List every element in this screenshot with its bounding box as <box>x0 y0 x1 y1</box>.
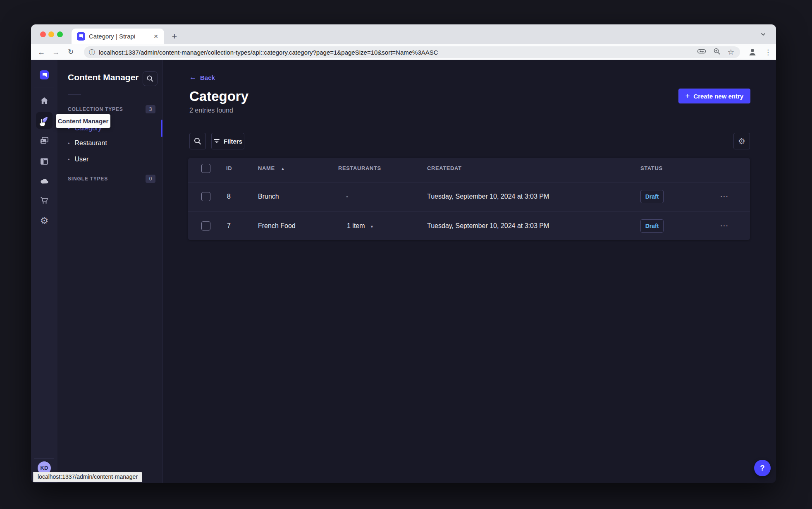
home-icon[interactable] <box>39 96 49 106</box>
cell-createdat: Tuesday, September 10, 2024 at 3:03 PM <box>427 193 549 200</box>
col-header-id[interactable]: ID <box>226 165 232 171</box>
rail-footer-divider <box>34 458 54 459</box>
cell-restaurants: - <box>346 193 348 200</box>
browser-toolbar: ← → ↻ ⓘ localhost:1337/admin/content-man… <box>31 44 776 60</box>
row-checkbox[interactable] <box>201 221 210 230</box>
cell-id: 8 <box>227 193 231 200</box>
url-text[interactable]: localhost:1337/admin/content-manager/col… <box>99 49 693 56</box>
collection-types-count-badge: 3 <box>146 105 155 113</box>
desktop: Category | Strapi ✕ + ← → ↻ ⓘ localhost:… <box>0 0 812 509</box>
cell-name: French Food <box>258 222 296 230</box>
address-bar[interactable]: ⓘ localhost:1337/admin/content-manager/c… <box>84 46 740 58</box>
navbar-tooltip: Content Manager <box>56 114 110 128</box>
forward-nav-icon[interactable]: → <box>51 44 61 60</box>
sort-asc-icon: ▲ <box>281 166 285 171</box>
page-title: Category <box>189 89 248 104</box>
bullet-icon: • <box>68 141 70 146</box>
site-info-icon[interactable]: ⓘ <box>89 48 95 56</box>
zoom-page-icon[interactable] <box>713 48 721 57</box>
strapi-app: ⚙ KD Content Manager COLLECTION TYPES 3 … <box>31 60 776 483</box>
content-type-builder-icon[interactable] <box>39 156 49 166</box>
back-arrow-icon: ← <box>189 73 196 82</box>
back-link[interactable]: ← Back <box>189 73 215 82</box>
selected-item-indicator <box>161 120 162 137</box>
browser-window: Category | Strapi ✕ + ← → ↻ ⓘ localhost:… <box>31 24 776 483</box>
col-header-createdat[interactable]: CREATEDAT <box>427 165 462 171</box>
cell-restaurants[interactable]: 1 item ▼ <box>347 222 374 230</box>
plus-icon: + <box>685 92 690 101</box>
traffic-light-zoom[interactable] <box>57 31 63 37</box>
back-nav-icon[interactable]: ← <box>36 44 46 60</box>
single-types-count-badge: 0 <box>146 175 155 183</box>
entries-count: 2 entries found <box>189 107 233 114</box>
subnav-item-user[interactable]: • User <box>68 156 88 163</box>
reload-icon[interactable]: ↻ <box>66 44 76 60</box>
view-settings-gear-button[interactable]: ⚙ <box>733 133 750 149</box>
status-badge: Draft <box>640 219 664 233</box>
subnav-title: Content Manager <box>68 72 139 82</box>
create-new-entry-button[interactable]: + Create new entry <box>678 89 750 103</box>
tab-search-chevron-icon[interactable] <box>758 29 769 40</box>
search-button[interactable] <box>189 133 206 149</box>
status-badge: Draft <box>640 190 664 203</box>
strapi-favicon-icon <box>77 32 85 41</box>
subnav-item-label: User <box>75 156 89 163</box>
single-types-label: SINGLE TYPES <box>68 176 108 182</box>
tab-close-icon[interactable]: ✕ <box>152 29 160 44</box>
cell-id: 7 <box>227 222 231 230</box>
bullet-icon: • <box>68 157 70 162</box>
subnav-search-button[interactable] <box>143 71 158 86</box>
browser-status-bar: localhost:1337/admin/content-manager <box>33 472 142 482</box>
media-library-icon[interactable] <box>39 136 49 146</box>
row-divider <box>188 211 750 212</box>
browser-profile-avatar[interactable] <box>748 44 757 60</box>
password-key-icon[interactable] <box>697 48 706 56</box>
cell-createdat: Tuesday, September 10, 2024 at 3:03 PM <box>427 222 549 230</box>
subnav-item-label: Restaurant <box>75 139 107 147</box>
col-header-status[interactable]: STATUS <box>640 165 663 171</box>
col-header-name[interactable]: NAME ▲ <box>258 165 285 171</box>
filters-label: Filters <box>224 138 242 145</box>
row-divider <box>188 182 750 182</box>
marketplace-cart-icon[interactable] <box>39 195 49 205</box>
rail-divider <box>34 87 54 87</box>
traffic-light-minimize[interactable] <box>48 31 54 37</box>
tab-title: Category | Strapi <box>89 29 135 44</box>
bookmark-star-icon[interactable]: ☆ <box>728 48 734 56</box>
entries-table: ID NAME ▲ RESTAURANTS CREATEDAT STATUS 8… <box>188 158 750 240</box>
subnav-divider <box>68 94 81 95</box>
traffic-light-close[interactable] <box>40 31 46 37</box>
browser-tab[interactable]: Category | Strapi ✕ <box>72 29 164 44</box>
help-button[interactable]: ? <box>754 460 771 476</box>
col-header-restaurants[interactable]: RESTAURANTS <box>338 165 381 171</box>
row-actions-kebab-icon[interactable]: ⋯ <box>719 221 730 230</box>
row-actions-kebab-icon[interactable]: ⋯ <box>719 191 730 201</box>
select-all-checkbox[interactable] <box>201 164 210 173</box>
create-new-entry-label: Create new entry <box>693 93 743 100</box>
back-label: Back <box>200 74 215 81</box>
expand-caret-icon: ▼ <box>370 225 374 229</box>
new-tab-button[interactable]: + <box>169 29 180 44</box>
strapi-logo[interactable] <box>39 70 49 80</box>
cell-name: Brunch <box>258 193 279 200</box>
collection-types-label: COLLECTION TYPES <box>68 106 123 112</box>
cloud-icon[interactable] <box>39 176 49 186</box>
row-checkbox[interactable] <box>201 192 210 201</box>
filter-funnel-icon <box>213 138 220 145</box>
settings-gear-icon[interactable]: ⚙ <box>39 216 49 226</box>
browser-tab-bar: Category | Strapi ✕ + <box>31 24 776 44</box>
browser-menu-kebab-icon[interactable]: ⋮ <box>764 44 771 60</box>
filters-button[interactable]: Filters <box>211 133 244 149</box>
mouse-cursor <box>38 118 48 130</box>
subnav-item-restaurant[interactable]: • Restaurant <box>68 139 107 147</box>
